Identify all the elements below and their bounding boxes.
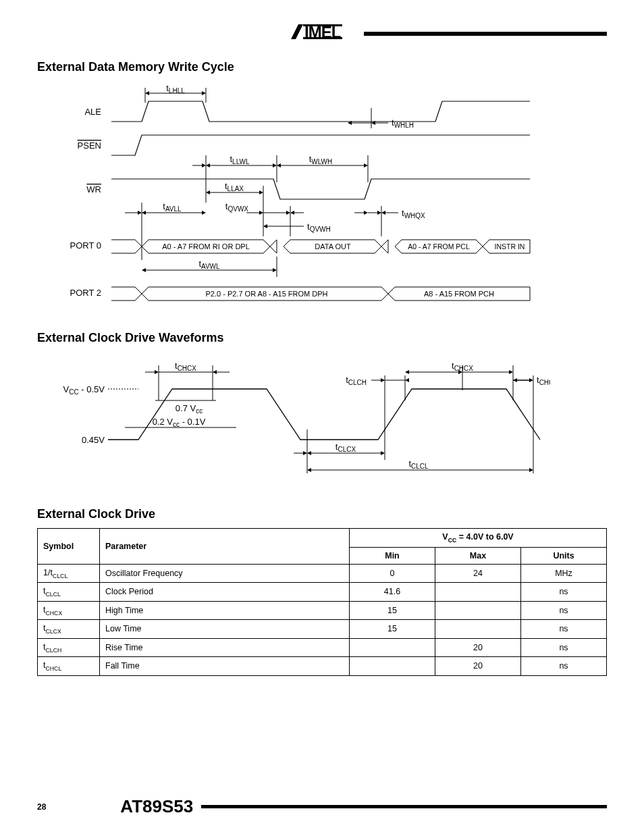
svg-text:A0 - A7 FROM PCL: A0 - A7 FROM PCL [408,242,470,251]
col-units: Units [521,547,607,564]
table-row: tCHCX High Time 15 ns [38,601,607,620]
timing-diagram-clock-waveforms: VCC - 0.5V 0.45V 0.7 Vcc 0.2 Vcc - 0.1V … [37,352,607,487]
svg-text:tCHCX: tCHCX [452,361,473,372]
col-max: Max [435,547,521,564]
svg-text:INSTR IN: INSTR IN [495,242,525,251]
col-symbol: Symbol [38,529,100,565]
signal-label-ale: ALE [84,107,101,117]
page-number: 28 [37,802,46,812]
svg-text:DATA OUT: DATA OUT [315,242,351,251]
svg-text:P2.0 - P2.7 OR A8 - A15 FROM D: P2.0 - P2.7 OR A8 - A15 FROM DPH [206,290,328,298]
svg-text:tLHLL: tLHLL [166,83,185,95]
signal-label-port2: PORT 2 [70,288,101,298]
col-condition: VCC = 4.0V to 6.0V [350,529,607,548]
svg-rect-2 [303,37,342,39]
svg-text:tAVWL: tAVWL [198,259,220,270]
footer-rule [201,805,607,808]
svg-text:tLLAX: tLLAX [225,181,244,192]
table-row: tCLCX Low Time 15 ns [38,620,607,639]
svg-text:0.7 Vcc: 0.7 Vcc [176,403,203,415]
signal-label-port0: PORT 0 [70,240,101,251]
svg-text:tCLCH: tCLCH [346,375,367,386]
svg-text:tWLWH: tWLWH [309,154,333,165]
signal-label-wr: WR [86,184,101,194]
part-number: AT89S53 [120,796,193,817]
table-row: 1/tCLCL Oscillator Frequency 0 24 MHz [38,564,607,583]
clock-drive-table: Symbol Parameter VCC = 4.0V to 6.0V Min … [37,528,607,676]
svg-text:A8 - A15 FROM PCH: A8 - A15 FROM PCH [424,290,494,298]
svg-text:tAVLL: tAVLL [163,201,182,213]
section-title-clock-waveforms: External Clock Drive Waveforms [37,331,607,345]
svg-text:tCLCX: tCLCX [336,442,356,453]
table-row: tCHCL Fall Time 20 ns [38,657,607,676]
page-footer: 28 AT89S53 [37,796,607,817]
col-min: Min [350,547,435,564]
svg-text:VCC - 0.5V: VCC - 0.5V [63,384,105,396]
svg-text:tQVWH: tQVWH [307,221,331,233]
signal-label-psen: PSEN [78,140,101,151]
svg-text:tQVWX: tQVWX [225,201,249,213]
svg-text:0.45V: 0.45V [82,435,105,445]
section-title-clock-drive: External Clock Drive [37,507,607,521]
logo: IMEL [288,20,356,43]
table-row: tCLCL Clock Period 41.6 ns [38,583,607,602]
svg-text:tWHQX: tWHQX [402,208,425,219]
svg-text:tWHLH: tWHLH [392,118,414,129]
timing-diagram-write-cycle: ALE tLHLL PSEN tWHLH WR [37,81,607,311]
svg-rect-1 [303,24,342,26]
page-header: IMEL [37,20,607,43]
svg-text:tCLCL: tCLCL [408,459,429,470]
table-row: tCLCH Rise Time 20 ns [38,638,607,657]
svg-text:tCHCL: tCHCL [537,375,550,386]
header-rule [364,32,607,36]
svg-text:tCHCX: tCHCX [175,361,196,372]
svg-text:tLLWL: tLLWL [230,154,249,165]
svg-text:A0 - A7 FROM RI OR DPL: A0 - A7 FROM RI OR DPL [162,242,250,251]
section-title-write-cycle: External Data Memory Write Cycle [37,60,607,74]
svg-text:0.2 Vcc - 0.1V: 0.2 Vcc - 0.1V [153,417,206,428]
col-parameter: Parameter [100,529,350,565]
